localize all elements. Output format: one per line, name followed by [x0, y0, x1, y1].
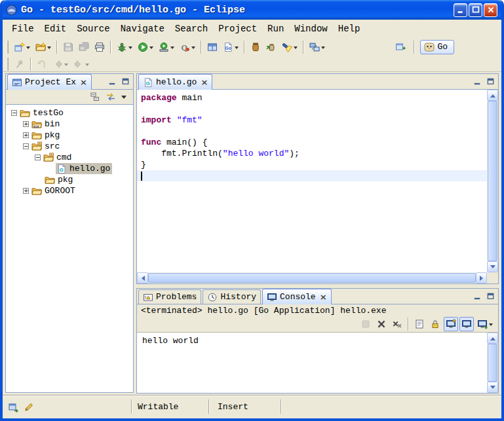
- tree-item-goroot[interactable]: +GOROOT: [6, 185, 133, 196]
- scroll-up-button[interactable]: [487, 333, 498, 344]
- tree-node[interactable]: src: [31, 141, 62, 152]
- chevron-down-icon[interactable]: [47, 46, 51, 51]
- chevron-down-icon[interactable]: [149, 46, 153, 51]
- import-jar-button[interactable]: [264, 40, 279, 54]
- maximize-button[interactable]: [469, 3, 482, 17]
- code-line-2[interactable]: [141, 103, 487, 115]
- debug-button[interactable]: [115, 40, 134, 54]
- tree-node[interactable]: testGo: [19, 107, 66, 119]
- editor-vertical-scrollbar[interactable]: [487, 90, 498, 272]
- open-console-button[interactable]: [475, 317, 495, 331]
- expand-expander-icon[interactable]: +: [23, 121, 29, 127]
- remove-all-launches-button[interactable]: [390, 317, 404, 331]
- minimize-view-button[interactable]: [471, 291, 483, 302]
- tab-history[interactable]: History: [203, 289, 261, 304]
- chevron-down-icon[interactable]: [26, 46, 30, 51]
- toolbar-grip[interactable]: [6, 41, 9, 54]
- tree-node[interactable]: 010bin: [31, 119, 62, 130]
- tab-project-explorer[interactable]: Project Ex ×: [7, 74, 92, 90]
- menu-run[interactable]: Run: [262, 22, 289, 36]
- remove-launch-button[interactable]: [374, 317, 389, 331]
- chevron-down-icon[interactable]: [235, 46, 239, 51]
- close-button[interactable]: [484, 3, 497, 17]
- last-edit-location-button[interactable]: [35, 57, 49, 71]
- chevron-down-icon[interactable]: [489, 323, 493, 328]
- chevron-down-icon[interactable]: [294, 46, 298, 51]
- expand-expander-icon[interactable]: +: [23, 132, 29, 138]
- run-button[interactable]: [136, 40, 155, 54]
- tree-item-src[interactable]: −src: [6, 141, 133, 152]
- tree-item-cmd[interactable]: −cmd: [6, 152, 133, 163]
- scrollbar-thumb[interactable]: [488, 101, 497, 261]
- toolbar-grip[interactable]: [6, 58, 9, 71]
- collapse-expander-icon[interactable]: −: [35, 155, 41, 160]
- scroll-down-button[interactable]: [487, 261, 498, 272]
- tab-hello-go[interactable]: G hello.go ×: [138, 74, 212, 90]
- menu-edit[interactable]: Edit: [39, 22, 72, 36]
- close-tab-icon[interactable]: ×: [80, 78, 87, 86]
- terminate-button[interactable]: [359, 317, 373, 331]
- display-selected-console-button[interactable]: [459, 317, 474, 331]
- menu-navigate[interactable]: Navigate: [115, 22, 170, 36]
- new-go-element-button[interactable]: Go: [221, 40, 241, 54]
- open-perspective-button[interactable]: [393, 40, 408, 54]
- console-output[interactable]: hello world: [137, 333, 487, 393]
- maximize-view-button[interactable]: [484, 77, 496, 87]
- team-sync-button[interactable]: [307, 40, 327, 54]
- editor-horizontal-scrollbar[interactable]: [137, 272, 487, 284]
- code-line-1[interactable]: package main: [141, 92, 487, 103]
- tree-node[interactable]: cmd: [43, 152, 73, 163]
- scroll-lock-button[interactable]: [428, 317, 442, 331]
- code-line-3[interactable]: import "fmt": [141, 115, 487, 126]
- menu-project[interactable]: Project: [213, 22, 262, 36]
- search-button[interactable]: [280, 40, 300, 54]
- code-line-5[interactable]: func main() {: [141, 137, 487, 148]
- menu-source[interactable]: Source: [71, 22, 115, 36]
- new-project-button[interactable]: [205, 40, 220, 54]
- new-folder-button[interactable]: [33, 40, 53, 54]
- pencil-icon[interactable]: [24, 402, 34, 412]
- code-editor[interactable]: package mainimport "fmt"func main() { fm…: [137, 90, 487, 272]
- new-wizard-button[interactable]: [12, 40, 32, 54]
- tree-item-testgo[interactable]: −testGo: [6, 107, 133, 119]
- tree-node[interactable]: GOROOT: [31, 185, 77, 196]
- minimize-view-button[interactable]: [106, 77, 118, 87]
- save-all-button[interactable]: [77, 40, 91, 54]
- minimize-button[interactable]: [454, 3, 467, 17]
- scrollbar-thumb[interactable]: [148, 273, 476, 283]
- run-history-button[interactable]: Q: [178, 40, 197, 54]
- clear-console-button[interactable]: [412, 317, 427, 331]
- collapse-all-button[interactable]: [88, 90, 102, 104]
- chevron-down-icon[interactable]: [64, 64, 68, 68]
- tree-item-bin[interactable]: +010bin: [6, 119, 133, 130]
- view-menu-button[interactable]: [119, 90, 128, 104]
- minimize-view-button[interactable]: [471, 77, 483, 87]
- chevron-down-icon[interactable]: [170, 46, 174, 51]
- chevron-down-icon[interactable]: [321, 46, 325, 51]
- scroll-left-button[interactable]: [137, 272, 148, 284]
- console-vertical-scrollbar[interactable]: [487, 333, 498, 393]
- expand-expander-icon[interactable]: +: [23, 188, 29, 194]
- chevron-down-icon[interactable]: [85, 64, 89, 68]
- maximize-view-button[interactable]: [484, 291, 496, 302]
- tree-item-pkg[interactable]: +pkg: [6, 130, 133, 141]
- close-tab-icon[interactable]: ×: [320, 293, 327, 301]
- maximize-view-button[interactable]: [119, 77, 131, 87]
- back-button[interactable]: [50, 57, 70, 71]
- collapse-expander-icon[interactable]: −: [11, 110, 17, 116]
- menu-search[interactable]: Search: [170, 22, 213, 36]
- tab-console[interactable]: Console×: [262, 289, 332, 304]
- tree-item-hello-go[interactable]: Ghello.go: [6, 163, 133, 174]
- print-button[interactable]: [92, 40, 107, 54]
- scroll-up-button[interactable]: [487, 90, 498, 101]
- open-jar-button[interactable]: [248, 40, 263, 54]
- pin-editor-button[interactable]: [12, 57, 27, 71]
- code-line-7[interactable]: }: [141, 159, 487, 170]
- titlebar[interactable]: Go - testGo/src/cmd/hello.go - Eclipse: [3, 0, 501, 20]
- save-button[interactable]: [61, 40, 75, 54]
- scroll-down-button[interactable]: [487, 382, 498, 393]
- fast-view-icon[interactable]: [8, 402, 18, 412]
- scrollbar-thumb[interactable]: [488, 344, 497, 382]
- forward-button[interactable]: [71, 57, 91, 71]
- menu-file[interactable]: File: [7, 22, 39, 36]
